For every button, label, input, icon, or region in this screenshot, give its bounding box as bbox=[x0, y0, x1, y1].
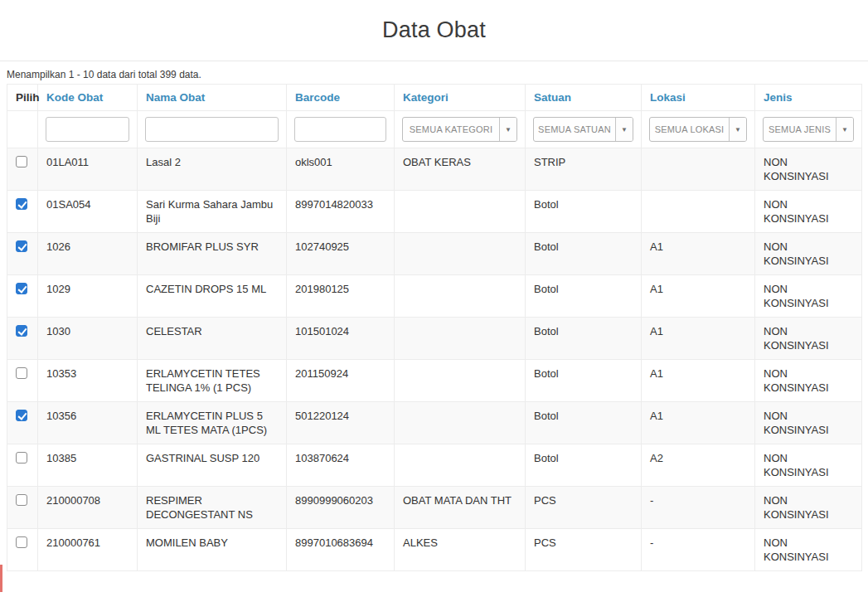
table-row: 1030CELESTAR101501024BotolA1NON KONSINYA… bbox=[7, 318, 862, 360]
cell-lokasi: A1 bbox=[642, 360, 755, 402]
cell-nama-obat: MOMILEN BABY bbox=[138, 529, 287, 571]
cell-kategori bbox=[395, 402, 526, 444]
cell-barcode: 501220124 bbox=[287, 402, 395, 444]
filter-satuan-select[interactable]: SEMUA SATUAN ▼ bbox=[533, 117, 633, 142]
row-checkbox[interactable] bbox=[16, 240, 27, 252]
cell-kategori bbox=[395, 275, 526, 318]
row-select-cell bbox=[7, 275, 38, 318]
cell-kategori bbox=[395, 191, 526, 233]
cell-barcode: 103870624 bbox=[287, 444, 395, 487]
cell-barcode: 101501024 bbox=[287, 318, 395, 360]
cell-barcode: 8997014820033 bbox=[287, 191, 395, 233]
filter-barcode-input[interactable] bbox=[294, 117, 386, 142]
cell-barcode: 201980125 bbox=[287, 275, 395, 318]
row-checkbox[interactable] bbox=[16, 325, 27, 337]
column-header-satuan[interactable]: Satuan bbox=[526, 85, 642, 111]
cell-kode-obat: 10356 bbox=[38, 402, 138, 444]
row-select-cell bbox=[7, 360, 38, 402]
row-checkbox[interactable] bbox=[16, 156, 27, 167]
row-select-cell bbox=[7, 191, 38, 233]
column-header-lokasi[interactable]: Lokasi bbox=[642, 85, 755, 111]
cell-kategori: OBAT MATA DAN THT bbox=[395, 487, 526, 529]
filter-jenis-select[interactable]: SEMUA JENIS ▼ bbox=[763, 117, 854, 142]
cell-jenis: NON KONSINYASI bbox=[755, 487, 862, 529]
cell-nama-obat: CELESTAR bbox=[138, 318, 287, 360]
caret-down-icon: ▼ bbox=[499, 118, 516, 141]
filter-kode-obat-input[interactable] bbox=[46, 117, 129, 142]
cell-kode-obat: 01SA054 bbox=[38, 191, 138, 233]
cell-kode-obat: 1026 bbox=[38, 233, 138, 275]
cell-nama-obat: CAZETIN DROPS 15 ML bbox=[138, 275, 287, 318]
cell-kode-obat: 10385 bbox=[38, 444, 138, 487]
caret-down-icon: ▼ bbox=[836, 118, 853, 141]
row-select-cell bbox=[7, 148, 38, 191]
row-select-cell bbox=[7, 487, 38, 529]
cell-satuan: Botol bbox=[526, 402, 642, 444]
cell-satuan: PCS bbox=[526, 529, 642, 571]
cell-barcode: 8997010683694 bbox=[287, 529, 395, 571]
column-header-kode-obat[interactable]: Kode Obat bbox=[38, 85, 138, 111]
row-checkbox[interactable] bbox=[16, 283, 27, 294]
row-checkbox[interactable] bbox=[16, 494, 27, 506]
cell-lokasi: A1 bbox=[642, 233, 755, 275]
cell-kode-obat: 01LA011 bbox=[38, 148, 138, 191]
cell-barcode: 8990999060203 bbox=[287, 487, 395, 529]
cell-jenis: NON KONSINYASI bbox=[755, 529, 862, 571]
cell-satuan: Botol bbox=[526, 318, 642, 360]
column-header-kategori[interactable]: Kategori bbox=[395, 85, 526, 111]
cell-satuan: Botol bbox=[526, 275, 642, 318]
filter-kategori-select[interactable]: SEMUA KATEGORI ▼ bbox=[402, 117, 517, 142]
cell-kode-obat: 1029 bbox=[38, 275, 138, 318]
cell-lokasi: A1 bbox=[642, 275, 755, 318]
row-checkbox[interactable] bbox=[16, 367, 27, 379]
filter-empty-cell bbox=[7, 111, 38, 148]
cell-nama-obat: RESPIMER DECONGESTANT NS bbox=[138, 487, 287, 529]
cell-satuan: Botol bbox=[526, 360, 642, 402]
filter-nama-obat-input[interactable] bbox=[145, 117, 279, 142]
cell-lokasi: A1 bbox=[642, 402, 755, 444]
caret-down-icon: ▼ bbox=[729, 118, 746, 141]
cell-jenis: NON KONSINYASI bbox=[755, 191, 862, 233]
cell-kategori bbox=[395, 318, 526, 360]
header-row: Pilih Kode Obat Nama Obat Barcode Katego… bbox=[7, 85, 862, 111]
row-select-cell bbox=[7, 318, 38, 360]
cell-kode-obat: 210000761 bbox=[38, 529, 138, 571]
filter-lokasi-select[interactable]: SEMUA LOKASI ▼ bbox=[649, 117, 747, 142]
filter-satuan-value: SEMUA SATUAN bbox=[534, 118, 615, 141]
table-row: 10356ERLAMYCETIN PLUS 5 ML TETES MATA (1… bbox=[7, 402, 862, 444]
cell-satuan: STRIP bbox=[526, 148, 642, 191]
row-checkbox[interactable] bbox=[16, 536, 27, 548]
cell-lokasi: A2 bbox=[642, 444, 755, 487]
column-header-barcode[interactable]: Barcode bbox=[287, 85, 395, 111]
row-checkbox[interactable] bbox=[16, 452, 27, 464]
column-header-jenis[interactable]: Jenis bbox=[755, 85, 862, 111]
data-obat-table: Pilih Kode Obat Nama Obat Barcode Katego… bbox=[7, 84, 862, 571]
table-row: 210000708RESPIMER DECONGESTANT NS8990999… bbox=[7, 487, 862, 529]
cell-satuan: Botol bbox=[526, 191, 642, 233]
column-header-pilih: Pilih bbox=[7, 85, 38, 111]
column-header-nama-obat[interactable]: Nama Obat bbox=[138, 85, 287, 111]
row-select-cell bbox=[7, 529, 38, 571]
cell-nama-obat: Sari Kurma Sahara Jambu Biji bbox=[138, 191, 287, 233]
cell-nama-obat: GASTRINAL SUSP 120 bbox=[138, 444, 287, 487]
row-checkbox[interactable] bbox=[16, 410, 27, 421]
row-select-cell bbox=[7, 233, 38, 275]
table-row: 01LA011Lasal 2okls001OBAT KERASSTRIPNON … bbox=[7, 148, 862, 191]
filter-row: SEMUA KATEGORI ▼ SEMUA SATUAN ▼ SEMUA LO… bbox=[7, 111, 862, 148]
cell-jenis: NON KONSINYASI bbox=[755, 318, 862, 360]
cell-kode-obat: 1030 bbox=[38, 318, 138, 360]
cell-satuan: PCS bbox=[526, 487, 642, 529]
table-row: 01SA054Sari Kurma Sahara Jambu Biji89970… bbox=[7, 191, 862, 233]
cell-nama-obat: ERLAMYCETIN PLUS 5 ML TETES MATA (1PCS) bbox=[138, 402, 287, 444]
cell-satuan: Botol bbox=[526, 444, 642, 487]
cell-nama-obat: ERLAMYCETIN TETES TELINGA 1% (1 PCS) bbox=[138, 360, 287, 402]
filter-jenis-value: SEMUA JENIS bbox=[764, 118, 836, 141]
cell-lokasi: - bbox=[642, 487, 755, 529]
cell-kategori bbox=[395, 360, 526, 402]
cell-kode-obat: 10353 bbox=[38, 360, 138, 402]
cell-jenis: NON KONSINYASI bbox=[755, 444, 862, 487]
table-row: 10385GASTRINAL SUSP 120103870624BotolA2N… bbox=[7, 444, 862, 487]
cell-kategori: ALKES bbox=[395, 529, 526, 571]
row-checkbox[interactable] bbox=[16, 198, 27, 210]
cell-jenis: NON KONSINYASI bbox=[755, 233, 862, 275]
